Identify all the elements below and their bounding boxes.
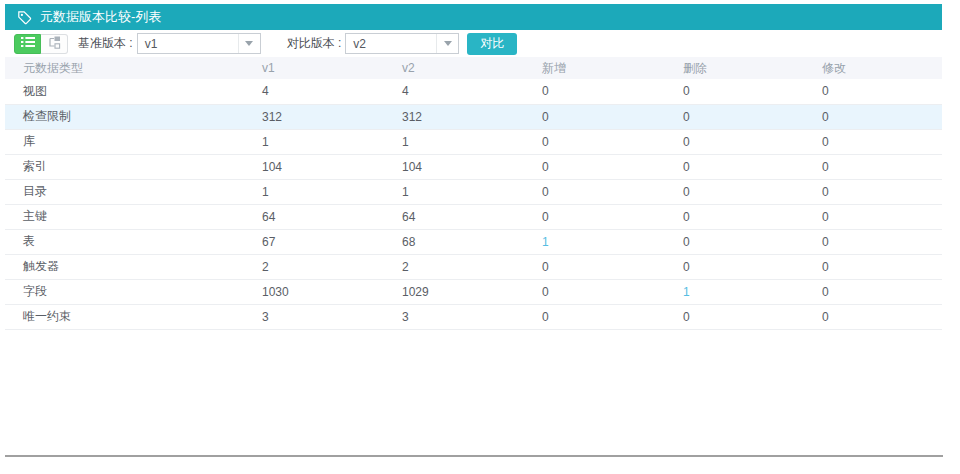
deleted-count-cell: 0 (683, 260, 690, 274)
column-header-v1: v1 (244, 57, 384, 79)
added-count-cell: 0 (542, 260, 549, 274)
deleted-count-cell: 0 (683, 185, 690, 199)
metadata-type-cell: 唯一约束 (23, 309, 71, 323)
modified-count-cell: 0 (822, 310, 829, 324)
table-row[interactable]: 视图 4 4 0 0 0 (5, 79, 942, 104)
table-row[interactable]: 唯一约束 3 3 0 0 0 (5, 304, 942, 329)
v1-count-cell: 312 (262, 110, 282, 124)
tree-view-icon (47, 36, 61, 52)
v1-count-cell: 4 (262, 84, 269, 98)
list-view-icon (21, 36, 35, 51)
chevron-down-icon (444, 41, 452, 46)
compare-version-value: v2 (346, 37, 436, 51)
modified-count-cell: 0 (822, 285, 829, 299)
compare-button[interactable]: 对比 (467, 33, 517, 55)
column-header-modified: 修改 (804, 57, 942, 79)
deleted-count-cell: 0 (683, 160, 690, 174)
table-row[interactable]: 字段 1030 1029 0 1 0 (5, 279, 942, 304)
v2-count-cell: 1029 (402, 285, 429, 299)
metadata-type-cell: 视图 (23, 84, 47, 98)
table-row[interactable]: 检查限制 312 312 0 0 0 (5, 104, 942, 129)
deleted-count-cell: 0 (683, 110, 690, 124)
base-version-select[interactable]: v1 (137, 33, 261, 54)
base-version-label: 基准版本 : (78, 35, 133, 52)
table-row[interactable]: 触发器 2 2 0 0 0 (5, 254, 942, 279)
v1-count-cell: 64 (262, 210, 275, 224)
table-row[interactable]: 库 1 1 0 0 0 (5, 129, 942, 154)
base-version-value: v1 (138, 37, 238, 51)
modified-count-cell: 0 (822, 160, 829, 174)
v1-count-cell: 2 (262, 260, 269, 274)
table-row[interactable]: 目录 1 1 0 0 0 (5, 179, 942, 204)
v2-count-cell: 104 (402, 160, 422, 174)
compare-version-label: 对比版本 : (287, 35, 342, 52)
titlebar: 元数据版本比较-列表 (5, 4, 942, 30)
modified-count-cell: 0 (822, 135, 829, 149)
v2-count-cell: 1 (402, 185, 409, 199)
added-count-cell: 0 (542, 210, 549, 224)
list-view-button[interactable] (14, 34, 41, 54)
v2-count-cell: 4 (402, 84, 409, 98)
toolbar: 基准版本 : v1 对比版本 : v2 对比 (5, 30, 942, 57)
deleted-count-cell: 0 (683, 235, 690, 249)
deleted-count-cell: 0 (683, 135, 690, 149)
v2-count-cell: 3 (402, 310, 409, 324)
table-row[interactable]: 主键 64 64 0 0 0 (5, 204, 942, 229)
metadata-type-cell: 库 (23, 134, 35, 148)
modified-count-cell: 0 (822, 185, 829, 199)
modified-count-cell: 0 (822, 110, 829, 124)
modified-count-cell: 0 (822, 260, 829, 274)
added-count-cell: 0 (542, 110, 549, 124)
added-count-cell: 0 (542, 160, 549, 174)
deleted-count-cell: 0 (683, 310, 690, 324)
v2-count-cell: 68 (402, 235, 415, 249)
v1-count-cell: 1 (262, 185, 269, 199)
chevron-down-icon (245, 41, 253, 46)
app-window: 元数据版本比较-列表 (5, 4, 942, 330)
v2-count-cell: 1 (402, 135, 409, 149)
added-count-cell: 0 (542, 135, 549, 149)
v1-count-cell: 1030 (262, 285, 289, 299)
metadata-type-cell: 目录 (23, 184, 47, 198)
diff-count-link[interactable]: 1 (683, 285, 690, 299)
compare-version-select[interactable]: v2 (345, 33, 459, 54)
metadata-type-cell: 表 (23, 234, 35, 248)
deleted-count-cell: 0 (683, 210, 690, 224)
tree-view-button[interactable] (41, 34, 68, 54)
page-title: 元数据版本比较-列表 (40, 8, 161, 26)
added-count-cell: 0 (542, 285, 549, 299)
modified-count-cell: 0 (822, 235, 829, 249)
tag-icon (17, 10, 32, 25)
compare-version-dropdown-arrow[interactable] (436, 34, 458, 53)
column-header-metadata-type: 元数据类型 (5, 57, 244, 79)
comparison-table: 元数据类型 v1 v2 新增 删除 修改 视图 4 4 0 0 0 检查限制 3… (5, 57, 942, 330)
table-header: 元数据类型 v1 v2 新增 删除 修改 (5, 57, 942, 79)
metadata-type-cell: 索引 (23, 159, 47, 173)
modified-count-cell: 0 (822, 84, 829, 98)
v1-count-cell: 104 (262, 160, 282, 174)
view-toggle-group (14, 34, 68, 54)
column-header-added: 新增 (524, 57, 665, 79)
modified-count-cell: 0 (822, 210, 829, 224)
v1-count-cell: 67 (262, 235, 275, 249)
v2-count-cell: 64 (402, 210, 415, 224)
v2-count-cell: 312 (402, 110, 422, 124)
diff-count-link[interactable]: 1 (542, 235, 549, 249)
v1-count-cell: 1 (262, 135, 269, 149)
column-header-deleted: 删除 (665, 57, 804, 79)
base-version-dropdown-arrow[interactable] (238, 34, 260, 53)
window-bottom-border (5, 455, 943, 457)
added-count-cell: 0 (542, 310, 549, 324)
added-count-cell: 0 (542, 185, 549, 199)
v1-count-cell: 3 (262, 310, 269, 324)
added-count-cell: 0 (542, 84, 549, 98)
metadata-type-cell: 主键 (23, 209, 47, 223)
table-row[interactable]: 索引 104 104 0 0 0 (5, 154, 942, 179)
deleted-count-cell: 0 (683, 84, 690, 98)
column-header-v2: v2 (384, 57, 524, 79)
metadata-type-cell: 触发器 (23, 259, 59, 273)
metadata-type-cell: 字段 (23, 284, 47, 298)
v2-count-cell: 2 (402, 260, 409, 274)
metadata-type-cell: 检查限制 (23, 109, 71, 123)
table-row[interactable]: 表 67 68 1 0 0 (5, 229, 942, 254)
